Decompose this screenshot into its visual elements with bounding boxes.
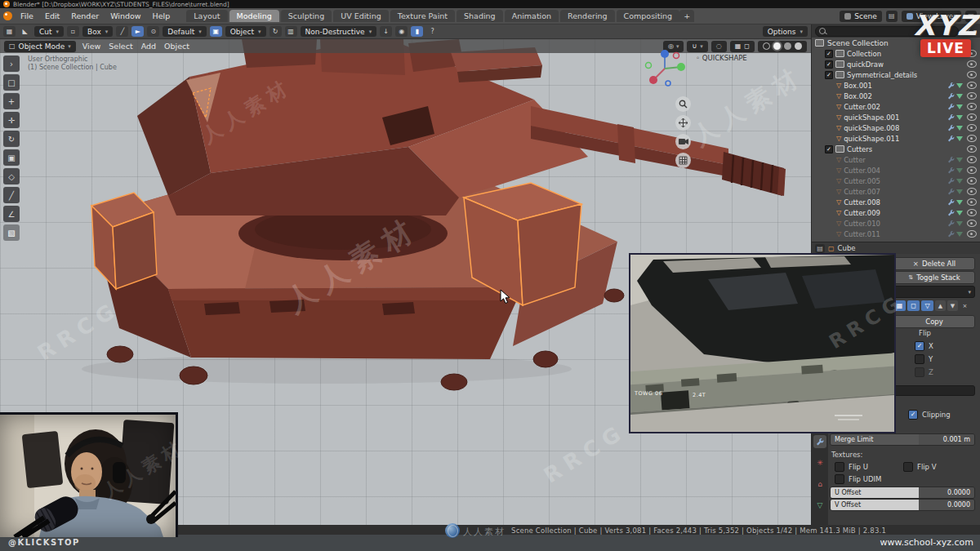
outliner-row[interactable]: ✓ ▽ Cutter.005 xyxy=(812,176,980,186)
measure-tool[interactable]: ∠ xyxy=(3,206,20,222)
visibility-eye-icon[interactable] xyxy=(967,167,977,174)
modifier-name-field[interactable]: ▾ xyxy=(892,286,975,298)
viewport-menu-item[interactable]: View xyxy=(82,42,101,51)
viewport-menu-item[interactable]: Select xyxy=(109,42,132,51)
visibility-eye-icon[interactable] xyxy=(967,103,977,110)
workspace-tab[interactable]: UV Editing xyxy=(333,10,389,22)
move-view-button[interactable] xyxy=(675,115,691,131)
outliner-row[interactable]: ✓ ▽ Cutter.004 xyxy=(812,165,980,176)
cycle-icon[interactable]: ↻ xyxy=(270,26,282,37)
draw-pencil-icon[interactable]: ╱ xyxy=(116,26,128,37)
outliner-row[interactable]: ✓ ▽ Box.002 xyxy=(812,91,980,101)
cut-mode-select[interactable]: Cut▾ xyxy=(34,26,64,37)
outliner-row[interactable]: ✓ ▽ quickDraw xyxy=(812,59,980,69)
cursor-tool[interactable]: + xyxy=(3,93,20,109)
method-select[interactable]: Non-Destructive▾ xyxy=(301,26,377,37)
visibility-eye-icon[interactable] xyxy=(967,220,977,227)
visibility-eye-icon[interactable] xyxy=(967,156,977,163)
annotate-tool[interactable]: ╱ xyxy=(3,187,20,203)
tab-constraints[interactable]: ⌂ xyxy=(813,478,826,491)
outliner-row[interactable]: ✓ ▽ Cutter.009 xyxy=(812,207,980,218)
tab-physics[interactable]: ✳ xyxy=(813,456,826,469)
solid-shading-icon[interactable] xyxy=(773,42,781,50)
visibility-eye-icon[interactable] xyxy=(967,124,977,131)
scale-tool[interactable]: ▣ xyxy=(3,149,20,166)
proportional-edit-toggle[interactable]: ◌ xyxy=(711,41,727,52)
workspace-tab[interactable]: Animation xyxy=(505,10,559,22)
website-link[interactable]: www.school-xyz.com xyxy=(880,537,974,548)
workspace-tab[interactable]: Layout xyxy=(186,10,227,22)
apply-icon[interactable]: ↓ xyxy=(380,26,392,37)
outliner-row[interactable]: ✓ ▽ Cutter.007 xyxy=(812,186,980,197)
zoom-button[interactable] xyxy=(675,96,691,112)
cursor-toggle-icon[interactable]: ► xyxy=(131,26,144,37)
copy-button[interactable]: Copy xyxy=(893,315,975,328)
scene-selector[interactable]: Scene xyxy=(840,11,881,22)
rotate-tool[interactable]: ↻ xyxy=(3,131,20,147)
merge-limit-field[interactable]: Merge Limit 0.001 m xyxy=(830,433,975,446)
snap-magnet-toggle[interactable]: ∪▾ xyxy=(687,41,707,52)
visibility-eye-icon[interactable] xyxy=(967,209,977,216)
mode-select[interactable]: □ Object Mode ▾ xyxy=(4,41,76,52)
options-select[interactable]: Options▾ xyxy=(763,26,808,37)
visibility-eye-icon[interactable] xyxy=(967,230,977,238)
collection-checkbox[interactable]: ✓ xyxy=(825,60,833,69)
flip-y-checkbox[interactable]: Y xyxy=(915,354,933,364)
pivot-select[interactable]: Object▾ xyxy=(225,26,266,37)
move-down-button[interactable]: ▼ xyxy=(947,300,958,311)
tab-modifiers[interactable] xyxy=(813,435,826,448)
visibility-eye-icon[interactable] xyxy=(967,60,977,68)
outliner-row[interactable]: ✓ ▽ Symmetrical_details xyxy=(812,69,980,80)
workspace-tab[interactable]: Sculpting xyxy=(281,10,332,22)
v-offset-field[interactable]: V Offset 0.0000 xyxy=(830,499,975,511)
viewport-menu-item[interactable]: Add xyxy=(141,42,156,51)
outliner-row[interactable]: ✓ ▽ Cutters xyxy=(812,144,980,154)
workspace-tab[interactable]: Shading xyxy=(457,10,503,22)
outliner-row[interactable]: ✓ ▽ quickShape.011 xyxy=(812,133,980,144)
display-viewport-toggle[interactable]: ◻ xyxy=(907,300,920,311)
workspace-tab[interactable]: Compositing xyxy=(617,10,680,22)
workspace-tab[interactable]: Modeling xyxy=(229,10,279,22)
flip-u-checkbox[interactable]: Flip U xyxy=(835,462,868,472)
visibility-eye-icon[interactable] xyxy=(967,198,977,206)
visibility-eye-icon[interactable] xyxy=(967,135,977,142)
collection-checkbox[interactable]: ✓ xyxy=(825,145,833,153)
outliner-row[interactable]: ✓ ▽ Box.001 xyxy=(812,80,980,91)
visibility-eye-icon[interactable] xyxy=(967,145,977,153)
menu-item[interactable]: Render xyxy=(66,10,104,22)
help-icon[interactable]: ? xyxy=(426,26,439,37)
flip-v-checkbox[interactable]: Flip V xyxy=(903,462,937,472)
boxcutter-tool[interactable]: ▧ xyxy=(3,224,20,241)
u-offset-field[interactable]: U Offset 0.0000 xyxy=(830,487,975,499)
camera-view-button[interactable] xyxy=(675,134,691,149)
shape-select[interactable]: Box▾ xyxy=(82,26,113,37)
shape-preview-icon[interactable]: ▫ xyxy=(67,26,79,37)
boxcutter-tri-icon[interactable]: ◣ xyxy=(19,26,31,37)
outliner-row[interactable]: ✓ ▽ quickShape.008 xyxy=(812,122,980,133)
boxcutter-grid-icon[interactable]: ▦ xyxy=(3,26,16,37)
menu-item[interactable]: Edit xyxy=(40,10,65,22)
mirror-object-field[interactable] xyxy=(890,385,975,396)
perspective-toggle-button[interactable] xyxy=(675,153,691,168)
visibility-eye-icon[interactable] xyxy=(967,82,977,89)
select-box-tool[interactable]: □ xyxy=(3,74,20,91)
move-up-button[interactable]: ▲ xyxy=(935,300,946,311)
flip-x-checkbox[interactable]: ✓X xyxy=(915,341,933,351)
move-tool[interactable]: ✛ xyxy=(3,112,20,128)
outliner-row[interactable]: ✓ ▽ Cutter xyxy=(812,154,980,165)
outliner-row[interactable]: ✓ ▽ Cutter.002 xyxy=(812,101,980,112)
visibility-eye-icon[interactable] xyxy=(967,188,977,195)
outliner-row[interactable]: ✓ ▽ Cutter.008 xyxy=(812,197,980,207)
new-scene-button[interactable]: ▤ xyxy=(886,11,898,22)
behavior-select[interactable]: Default▾ xyxy=(163,26,206,37)
menu-item[interactable]: Help xyxy=(148,10,176,22)
remove-modifier-button[interactable]: × xyxy=(960,300,970,311)
outliner-row[interactable]: ✓ ▽ quickShape.001 xyxy=(812,112,980,122)
menu-item[interactable]: Window xyxy=(105,10,145,22)
lock-icon[interactable]: ⊙ xyxy=(147,26,159,37)
flip-udim-checkbox[interactable]: Flip UDIM xyxy=(835,474,881,484)
delete-all-button[interactable]: ×Delete All xyxy=(893,257,975,270)
outliner-row[interactable]: ✓ ▽ Cutter.011 xyxy=(812,229,980,239)
toggle-stack-button[interactable]: ⇅Toggle Stack xyxy=(893,271,975,284)
snap-toggle-icon[interactable]: ▣ xyxy=(210,26,222,37)
